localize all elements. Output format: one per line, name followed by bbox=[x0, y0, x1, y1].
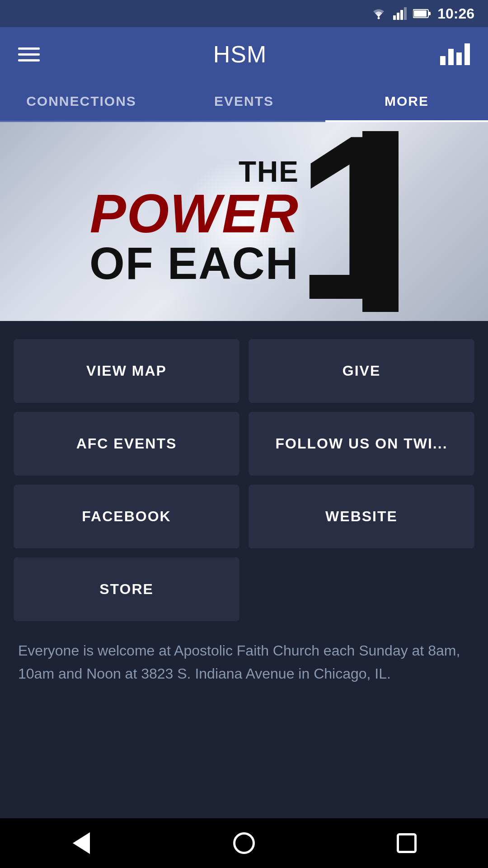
back-icon bbox=[73, 832, 90, 854]
afc-events-button[interactable]: AFC EVENTS bbox=[14, 412, 239, 476]
svg-rect-3 bbox=[400, 10, 403, 20]
hero-black-bar bbox=[362, 131, 399, 312]
bottom-nav bbox=[0, 818, 488, 868]
tab-events[interactable]: EVENTS bbox=[163, 81, 325, 121]
recents-button[interactable] bbox=[391, 827, 422, 859]
battery-icon bbox=[413, 8, 431, 19]
give-button[interactable]: GIVE bbox=[249, 339, 474, 403]
svg-rect-6 bbox=[414, 10, 427, 17]
hero-power-text: POWER bbox=[89, 186, 299, 241]
website-button[interactable]: WEBSITE bbox=[249, 485, 474, 548]
home-icon bbox=[233, 832, 255, 854]
wifi-icon bbox=[371, 7, 387, 20]
hero-text-block: THE POWER OF EACH bbox=[89, 157, 299, 286]
signal-icon bbox=[393, 7, 407, 20]
hamburger-menu-button[interactable] bbox=[18, 47, 40, 61]
svg-point-0 bbox=[378, 17, 380, 19]
hero-banner: THE POWER OF EACH 1 bbox=[0, 122, 488, 321]
hero-of-each-text: OF EACH bbox=[89, 241, 299, 286]
status-icons: 10:26 bbox=[371, 5, 474, 22]
home-button[interactable] bbox=[228, 827, 260, 859]
back-button[interactable] bbox=[66, 827, 97, 859]
svg-rect-4 bbox=[404, 7, 407, 20]
follow-twitter-button[interactable]: FOLLOW US ON TWI... bbox=[249, 412, 474, 476]
hero-the-text: THE bbox=[89, 157, 299, 186]
button-grid: VIEW MAP GIVE AFC EVENTS FOLLOW US ON TW… bbox=[14, 339, 474, 621]
svg-rect-2 bbox=[397, 13, 399, 20]
recents-icon bbox=[397, 833, 417, 853]
view-map-button[interactable]: VIEW MAP bbox=[14, 339, 239, 403]
hero-content: THE POWER OF EACH 1 bbox=[89, 131, 399, 312]
tab-bar: CONNECTIONS EVENTS MORE bbox=[0, 81, 488, 122]
svg-rect-7 bbox=[428, 12, 431, 15]
tab-more[interactable]: MORE bbox=[325, 81, 488, 121]
status-bar: 10:26 bbox=[0, 0, 488, 27]
app-bar: HSM bbox=[0, 27, 488, 81]
tab-connections[interactable]: CONNECTIONS bbox=[0, 81, 163, 121]
bar-chart-icon[interactable] bbox=[440, 43, 470, 65]
store-button[interactable]: STORE bbox=[14, 557, 239, 621]
description-text: Everyone is welcome at Apostolic Faith C… bbox=[14, 639, 474, 685]
status-time: 10:26 bbox=[437, 5, 474, 22]
app-title: HSM bbox=[213, 41, 267, 68]
facebook-button[interactable]: FACEBOOK bbox=[14, 485, 239, 548]
main-content: VIEW MAP GIVE AFC EVENTS FOLLOW US ON TW… bbox=[0, 321, 488, 818]
svg-rect-1 bbox=[393, 15, 396, 20]
